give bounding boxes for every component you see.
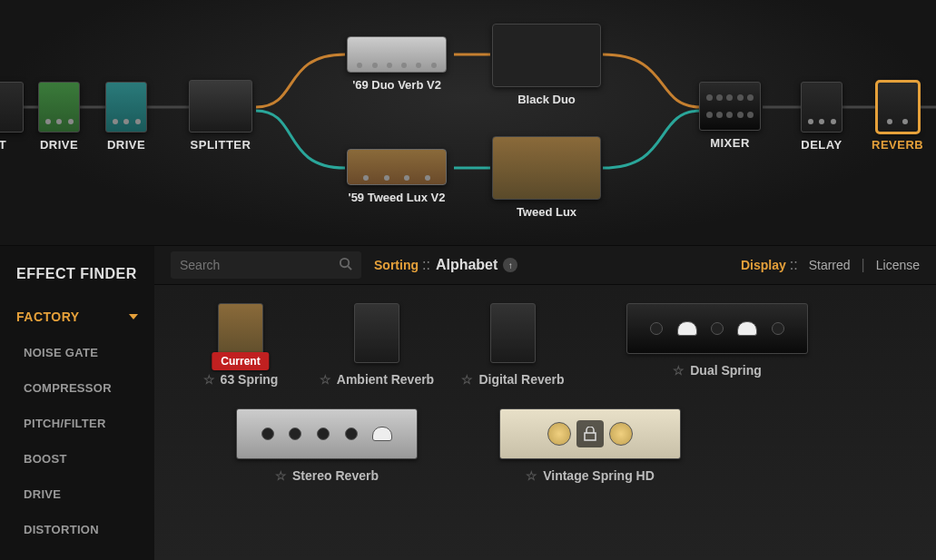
lock-icon — [576, 420, 604, 447]
search-box[interactable] — [171, 251, 361, 279]
effect-stereo-reverb[interactable]: ☆ Stereo Reverb — [209, 408, 445, 483]
effect-row: Current ☆ 63 Spring ☆ Ambient Reverb — [172, 303, 918, 387]
search-input[interactable] — [180, 258, 339, 272]
effect-label: Ambient Reverb — [337, 372, 434, 387]
signal-chain: T DRIVE DRIVE SPLITTER '69 Duo Verb V2 B… — [0, 0, 936, 245]
sort-direction-button[interactable]: ↑ — [503, 258, 517, 272]
speaker-cabinet[interactable] — [492, 136, 601, 200]
amp-head[interactable] — [347, 149, 447, 185]
chain-device-drive-2[interactable]: DRIVE — [105, 82, 147, 152]
effect-63-spring[interactable]: Current ☆ 63 Spring — [172, 303, 309, 387]
pedal-drive[interactable] — [38, 82, 80, 133]
separator-dots: :: — [790, 257, 798, 273]
chain-device-splitter[interactable]: SPLITTER — [189, 80, 252, 152]
effect-label: Vintage Spring HD — [543, 468, 655, 483]
effect-thumbnail — [490, 303, 536, 363]
effect-row: ☆ Stereo Reverb — [172, 408, 918, 483]
effect-dual-spring[interactable]: ☆ Dual Spring — [599, 303, 835, 387]
sorting-value[interactable]: Alphabet — [436, 257, 498, 273]
effect-thumbnail — [499, 408, 681, 459]
sidebar-category-factory[interactable]: FACTORY — [0, 299, 154, 335]
svg-line-1 — [348, 266, 351, 270]
mixer-unit[interactable] — [699, 82, 761, 131]
sidebar-item-drive[interactable]: DRIVE — [0, 476, 154, 512]
chain-device-reverb[interactable]: REVERB — [872, 82, 923, 152]
display-label[interactable]: Display — [741, 258, 786, 272]
effect-ambient-reverb[interactable]: ☆ Ambient Reverb — [309, 303, 445, 387]
sidebar-item-noise-gate[interactable]: NOISE GATE — [0, 335, 154, 370]
effect-thumbnail — [626, 303, 808, 354]
sidebar: EFFECT FINDER FACTORY NOISE GATE COMPRES… — [0, 246, 154, 560]
chain-cab-bottom[interactable]: Tweed Lux — [492, 136, 601, 219]
amp-label: '69 Duo Verb V2 — [347, 78, 447, 92]
chain-amp-top[interactable]: '69 Duo Verb V2 — [347, 36, 447, 92]
effect-thumbnail — [236, 408, 418, 459]
effect-digital-reverb[interactable]: ☆ Digital Reverb — [445, 303, 581, 387]
effect-label: Digital Reverb — [478, 372, 564, 387]
star-icon[interactable]: ☆ — [461, 372, 473, 387]
pedal-input[interactable] — [0, 82, 24, 133]
chain-amp-bottom[interactable]: '59 Tweed Lux V2 — [347, 149, 447, 204]
device-label: DELAY — [801, 138, 842, 152]
effects-grid[interactable]: Current ☆ 63 Spring ☆ Ambient Reverb — [154, 285, 936, 560]
star-icon[interactable]: ☆ — [320, 372, 331, 387]
pedal-reverb[interactable] — [877, 82, 919, 133]
sorting-label[interactable]: Sorting — [374, 258, 419, 272]
effect-label: Dual Spring — [690, 363, 762, 378]
svg-point-0 — [340, 259, 349, 267]
splitter-unit[interactable] — [189, 80, 252, 133]
separator: | — [862, 257, 865, 273]
chain-cab-top[interactable]: Black Duo — [492, 24, 601, 106]
separator-dots: :: — [422, 257, 430, 273]
search-icon — [339, 257, 352, 273]
chain-device-mixer[interactable]: MIXER — [699, 82, 761, 150]
cab-label: Tweed Lux — [492, 205, 601, 219]
device-label: DRIVE — [38, 138, 80, 152]
filter-license[interactable]: License — [876, 258, 920, 272]
sidebar-title: EFFECT FINDER — [0, 246, 154, 299]
chain-device-input[interactable]: T — [0, 82, 24, 152]
effect-label: 63 Spring — [221, 372, 279, 387]
amp-label: '59 Tweed Lux V2 — [347, 191, 447, 204]
category-label: FACTORY — [16, 309, 80, 324]
device-label: MIXER — [699, 136, 761, 150]
device-label: DRIVE — [105, 138, 147, 152]
content-area: Sorting :: Alphabet ↑ Display :: Starred… — [154, 246, 936, 560]
cab-label: Black Duo — [492, 93, 601, 106]
device-label: REVERB — [872, 138, 923, 152]
chain-device-delay[interactable]: DELAY — [801, 82, 842, 152]
effect-thumbnail — [354, 303, 399, 363]
sidebar-item-compressor[interactable]: COMPRESSOR — [0, 370, 154, 406]
device-label: SPLITTER — [189, 138, 252, 152]
speaker-cabinet[interactable] — [492, 24, 601, 87]
sidebar-item-boost[interactable]: BOOST — [0, 441, 154, 476]
effect-finder-panel: EFFECT FINDER FACTORY NOISE GATE COMPRES… — [0, 245, 936, 560]
device-label: T — [0, 138, 24, 152]
star-icon[interactable]: ☆ — [203, 372, 215, 387]
chevron-down-icon — [129, 314, 138, 319]
pedal-drive[interactable] — [105, 82, 147, 133]
chain-device-drive-1[interactable]: DRIVE — [38, 82, 80, 152]
toolbar: Sorting :: Alphabet ↑ Display :: Starred… — [154, 246, 936, 285]
pedal-delay[interactable] — [801, 82, 842, 133]
star-icon[interactable]: ☆ — [275, 468, 287, 483]
effect-label: Stereo Reverb — [292, 468, 379, 483]
star-icon[interactable]: ☆ — [526, 468, 537, 483]
amp-head[interactable] — [347, 36, 447, 73]
sidebar-item-pitch-filter[interactable]: PITCH/FILTER — [0, 406, 154, 441]
filter-starred[interactable]: Starred — [809, 258, 851, 272]
star-icon[interactable]: ☆ — [673, 363, 685, 378]
sidebar-item-distortion[interactable]: DISTORTION — [0, 512, 154, 547]
current-badge: Current — [212, 352, 269, 370]
effect-vintage-spring-hd[interactable]: ☆ Vintage Spring HD — [472, 408, 708, 483]
